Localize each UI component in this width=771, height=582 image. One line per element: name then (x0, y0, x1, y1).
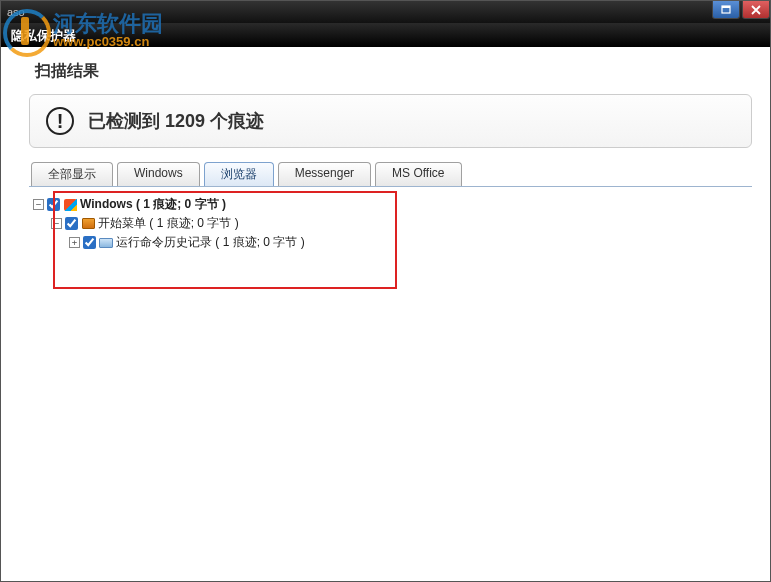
tree-node-startmenu[interactable]: − 开始菜单 ( 1 痕迹; 0 字节 ) (33, 214, 748, 233)
tab-browser[interactable]: 浏览器 (204, 162, 274, 186)
result-tree: − Windows ( 1 痕迹; 0 字节 ) − 开始菜单 ( 1 痕迹; … (33, 195, 748, 252)
tab-messenger[interactable]: Messenger (278, 162, 371, 186)
minimize-icon (721, 5, 731, 15)
close-button[interactable] (742, 1, 770, 19)
tree-node-windows[interactable]: − Windows ( 1 痕迹; 0 字节 ) (33, 195, 748, 214)
expander-icon[interactable]: + (69, 237, 80, 248)
tab-all[interactable]: 全部显示 (31, 162, 113, 186)
tab-bar: 全部显示 Windows 浏览器 Messenger MS Office (31, 162, 752, 186)
tree-panel: − Windows ( 1 痕迹; 0 字节 ) − 开始菜单 ( 1 痕迹; … (29, 186, 752, 576)
svg-rect-1 (722, 6, 730, 8)
alert-text: 已检测到 1209 个痕迹 (88, 109, 264, 133)
node-checkbox[interactable] (65, 217, 78, 230)
warning-icon: ! (46, 107, 74, 135)
watermark: 河东软件园 www.pc0359.cn (3, 9, 163, 53)
node-checkbox[interactable] (47, 198, 60, 211)
watermark-logo-icon (3, 9, 47, 53)
close-icon (751, 5, 761, 15)
tree-node-runhistory[interactable]: + 运行命令历史记录 ( 1 痕迹; 0 字节 ) (33, 233, 748, 252)
tab-office[interactable]: MS Office (375, 162, 461, 186)
node-label: 运行命令历史记录 ( 1 痕迹; 0 字节 ) (116, 234, 305, 251)
watermark-name: 河东软件园 (53, 13, 163, 35)
app-window: aso 隐私保护器 河东软件园 www.pc0359.cn 扫描结果 ! 已检测… (0, 0, 771, 582)
content-area: 扫描结果 ! 已检测到 1209 个痕迹 全部显示 Windows 浏览器 Me… (1, 47, 770, 581)
alert-box: ! 已检测到 1209 个痕迹 (29, 94, 752, 148)
startmenu-icon (81, 217, 95, 231)
node-checkbox[interactable] (83, 236, 96, 249)
minimize-button[interactable] (712, 1, 740, 19)
expander-icon[interactable]: − (33, 199, 44, 210)
expander-icon[interactable]: − (51, 218, 62, 229)
tab-windows[interactable]: Windows (117, 162, 200, 186)
watermark-url: www.pc0359.cn (53, 35, 163, 49)
page-title: 扫描结果 (35, 61, 752, 82)
node-label: Windows ( 1 痕迹; 0 字节 ) (80, 196, 226, 213)
windows-icon (63, 198, 77, 212)
node-label: 开始菜单 ( 1 痕迹; 0 字节 ) (98, 215, 239, 232)
run-icon (99, 236, 113, 250)
